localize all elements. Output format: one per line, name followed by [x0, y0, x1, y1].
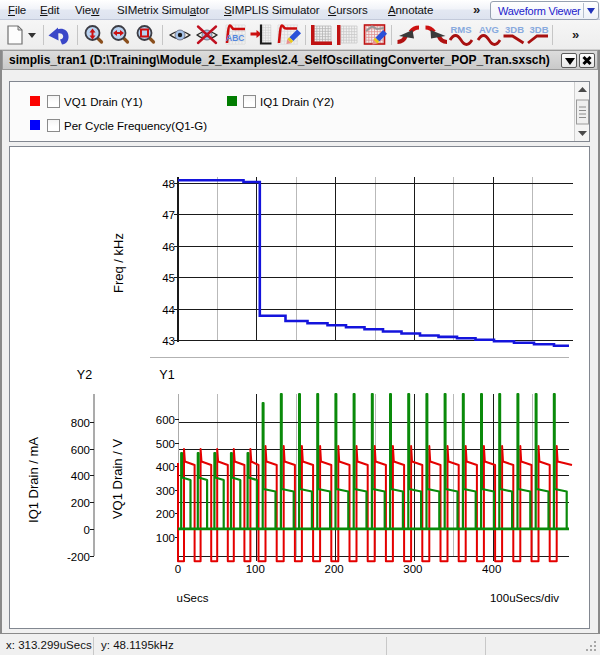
svg-text:400: 400 — [156, 461, 175, 473]
svg-text:43: 43 — [162, 335, 175, 347]
svg-text:47: 47 — [162, 209, 175, 221]
svg-text:uSecs: uSecs — [177, 592, 209, 604]
svg-text:400: 400 — [482, 563, 501, 575]
svg-text:RMS: RMS — [450, 24, 471, 35]
svg-text:ABC: ABC — [226, 33, 244, 43]
svg-text:VQ1 Drain / V: VQ1 Drain / V — [110, 439, 125, 520]
svg-text:200: 200 — [71, 497, 90, 509]
svg-text:100: 100 — [246, 563, 265, 575]
svg-text:300: 300 — [403, 563, 422, 575]
svg-text:500: 500 — [156, 438, 175, 450]
svg-text:100uSecs/div: 100uSecs/div — [490, 592, 559, 604]
svg-text:Freq / kHz: Freq / kHz — [111, 233, 126, 293]
svg-text:600: 600 — [71, 444, 90, 456]
svg-text:Y1: Y1 — [159, 368, 174, 382]
svg-text:46: 46 — [162, 241, 175, 253]
svg-text:3DB: 3DB — [529, 24, 548, 35]
svg-text:400: 400 — [71, 470, 90, 482]
svg-text:»: » — [572, 27, 579, 42]
svg-text:300: 300 — [156, 485, 175, 497]
svg-text:0: 0 — [175, 563, 181, 575]
svg-text:3DB: 3DB — [505, 24, 524, 35]
svg-text:45: 45 — [162, 272, 175, 284]
svg-text:AVG: AVG — [479, 24, 499, 35]
svg-text:Y2: Y2 — [77, 368, 92, 382]
svg-text:600: 600 — [156, 414, 175, 426]
svg-text:200: 200 — [325, 563, 344, 575]
svg-text:-200: -200 — [67, 551, 90, 563]
svg-text:100: 100 — [156, 532, 175, 544]
svg-text:48: 48 — [162, 178, 175, 190]
svg-text:44: 44 — [162, 304, 175, 316]
svg-text:200: 200 — [156, 508, 175, 520]
svg-text:IQ1 Drain / mA: IQ1 Drain / mA — [26, 437, 41, 523]
svg-text:0: 0 — [84, 524, 90, 536]
svg-text:800: 800 — [71, 417, 90, 429]
